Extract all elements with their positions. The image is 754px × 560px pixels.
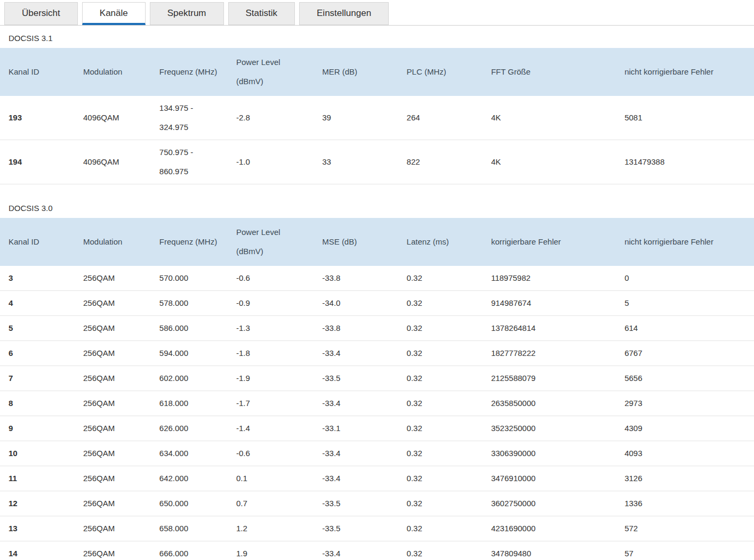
cell-korrigierbare-fehler: 2635850000 [483, 391, 616, 416]
tab-statistik[interactable]: Statistik [228, 2, 295, 25]
cell-latenz-ms: 0.32 [398, 291, 483, 316]
cell-latenz-ms: 0.32 [398, 266, 483, 291]
tab-einstellungen[interactable]: Einstellungen [299, 2, 389, 25]
cell-mse-db: -33.4 [314, 391, 398, 416]
cell-nicht-korrigierbare-fehler: 4309 [616, 416, 754, 441]
cell-kanal-id: 14 [0, 541, 75, 560]
column-header-frequenz-mhz: Frequenz (MHz) [151, 48, 228, 96]
cell-nicht-korrigierbare-fehler: 4093 [616, 441, 754, 466]
cell-frequenz-mhz: 134.975 - 324.975 [151, 96, 228, 140]
header-row: Kanal IDModulationFrequenz (MHz)Power Le… [0, 48, 754, 96]
cell-kanal-id: 8 [0, 391, 75, 416]
cell-modulation: 256QAM [75, 491, 151, 516]
cell-latenz-ms: 0.32 [398, 341, 483, 366]
cell-modulation: 4096QAM [75, 96, 151, 140]
cell-mse-db: -33.1 [314, 416, 398, 441]
column-header-modulation: Modulation [75, 218, 151, 266]
table-row: 12256QAM650.0000.7-33.50.323602750000133… [0, 491, 754, 516]
cell-latenz-ms: 0.32 [398, 441, 483, 466]
cell-frequenz-mhz: 602.000 [151, 366, 228, 391]
cell-modulation: 4096QAM [75, 140, 151, 184]
cell-nicht-korrigierbare-fehler: 572 [616, 516, 754, 541]
tab-uebersicht[interactable]: Übersicht [4, 2, 78, 25]
table-row: 13256QAM658.0001.2-33.50.324231690000572 [0, 516, 754, 541]
cell-nicht-korrigierbare-fehler: 2973 [616, 391, 754, 416]
cell-plc-mhz: 264 [398, 96, 483, 140]
cell-frequenz-mhz: 570.000 [151, 266, 228, 291]
table-row: 7256QAM602.000-1.9-33.50.322125588079565… [0, 366, 754, 391]
cell-power-level-dbmv: -0.6 [228, 266, 314, 291]
cell-nicht-korrigierbare-fehler: 131479388 [616, 140, 754, 184]
cell-latenz-ms: 0.32 [398, 541, 483, 560]
cell-mse-db: -33.5 [314, 516, 398, 541]
docsis31-title: DOCSIS 3.1 [9, 34, 745, 43]
table-row: 6256QAM594.000-1.8-33.40.321827778222676… [0, 341, 754, 366]
cell-frequenz-mhz: 578.000 [151, 291, 228, 316]
cell-korrigierbare-fehler: 2125588079 [483, 366, 616, 391]
cell-fft-groesse: 4K [483, 140, 616, 184]
cell-power-level-dbmv: -1.7 [228, 391, 314, 416]
cell-nicht-korrigierbare-fehler: 5 [616, 291, 754, 316]
cell-modulation: 256QAM [75, 416, 151, 441]
cell-mse-db: -33.4 [314, 441, 398, 466]
cell-mse-db: -33.4 [314, 466, 398, 491]
cell-mse-db: -33.5 [314, 491, 398, 516]
cell-mer-db: 39 [314, 96, 398, 140]
cell-power-level-dbmv: 0.7 [228, 491, 314, 516]
cell-power-level-dbmv: 1.2 [228, 516, 314, 541]
docsis30-table: Kanal IDModulationFrequenz (MHz)Power Le… [0, 218, 754, 560]
column-header-nicht-korrigierbare-fehler: nicht korrigierbare Fehler [616, 48, 754, 96]
cell-latenz-ms: 0.32 [398, 316, 483, 341]
tab-kanaele[interactable]: Kanäle [82, 2, 146, 25]
cell-mse-db: -33.4 [314, 541, 398, 560]
cell-power-level-dbmv: 1.9 [228, 541, 314, 560]
column-header-kanal-id: Kanal ID [0, 48, 75, 96]
cell-kanal-id: 11 [0, 466, 75, 491]
cell-nicht-korrigierbare-fehler: 3126 [616, 466, 754, 491]
column-header-modulation: Modulation [75, 48, 151, 96]
cell-frequenz-mhz: 586.000 [151, 316, 228, 341]
cell-power-level-dbmv: 0.1 [228, 466, 314, 491]
cell-power-level-dbmv: -0.6 [228, 441, 314, 466]
cell-frequenz-mhz: 650.000 [151, 491, 228, 516]
cell-latenz-ms: 0.32 [398, 366, 483, 391]
cell-latenz-ms: 0.32 [398, 516, 483, 541]
cell-latenz-ms: 0.32 [398, 391, 483, 416]
cell-kanal-id: 13 [0, 516, 75, 541]
column-header-korrigierbare-fehler: korrigierbare Fehler [483, 218, 616, 266]
column-header-latenz-ms: Latenz (ms) [398, 218, 483, 266]
cell-korrigierbare-fehler: 914987674 [483, 291, 616, 316]
table-row: 8256QAM618.000-1.7-33.40.322635850000297… [0, 391, 754, 416]
column-header-fft-groesse: FFT Größe [483, 48, 616, 96]
cell-kanal-id: 10 [0, 441, 75, 466]
cell-power-level-dbmv: -1.9 [228, 366, 314, 391]
cell-power-level-dbmv: -1.8 [228, 341, 314, 366]
docsis31-section: DOCSIS 3.1 Kanal IDModulationFrequenz (M… [0, 34, 754, 184]
cell-mse-db: -34.0 [314, 291, 398, 316]
cell-modulation: 256QAM [75, 541, 151, 560]
cell-korrigierbare-fehler: 347809480 [483, 541, 616, 560]
cell-power-level-dbmv: -1.4 [228, 416, 314, 441]
cell-kanal-id: 193 [0, 96, 75, 140]
cell-power-level-dbmv: -1.3 [228, 316, 314, 341]
cell-mse-db: -33.8 [314, 266, 398, 291]
tab-spektrum[interactable]: Spektrum [150, 2, 224, 25]
cell-kanal-id: 12 [0, 491, 75, 516]
cell-frequenz-mhz: 642.000 [151, 466, 228, 491]
cell-frequenz-mhz: 750.975 - 860.975 [151, 140, 228, 184]
header-row: Kanal IDModulationFrequenz (MHz)Power Le… [0, 218, 754, 266]
cell-korrigierbare-fehler: 3602750000 [483, 491, 616, 516]
column-header-mse-db: MSE (dB) [314, 218, 398, 266]
table-row: 4256QAM578.000-0.9-34.00.329149876745 [0, 291, 754, 316]
cell-power-level-dbmv: -2.8 [228, 96, 314, 140]
column-header-nicht-korrigierbare-fehler: nicht korrigierbare Fehler [616, 218, 754, 266]
cell-korrigierbare-fehler: 1827778222 [483, 341, 616, 366]
cell-frequenz-mhz: 626.000 [151, 416, 228, 441]
docsis30-section: DOCSIS 3.0 Kanal IDModulationFrequenz (M… [0, 204, 754, 560]
cell-modulation: 256QAM [75, 366, 151, 391]
cell-nicht-korrigierbare-fehler: 5656 [616, 366, 754, 391]
docsis30-title: DOCSIS 3.0 [9, 204, 745, 213]
cell-korrigierbare-fehler: 1378264814 [483, 316, 616, 341]
cell-modulation: 256QAM [75, 266, 151, 291]
cell-modulation: 256QAM [75, 291, 151, 316]
